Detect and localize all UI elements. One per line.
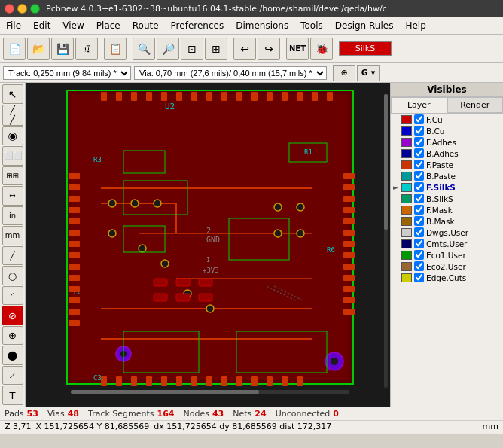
layer-item[interactable]: Edge.Cuts [391,272,503,283]
print-button[interactable]: 🖨 [75,38,98,60]
menu-item-route[interactable]: Route [127,19,165,32]
zoom-fit-button[interactable]: ⊡ [181,38,203,60]
maximize-button[interactable] [30,4,40,14]
svg-rect-46 [69,320,80,326]
menu-item-tools[interactable]: Tools [294,19,329,32]
svg-rect-98 [176,279,190,286]
add-target-tool[interactable]: ⊕ [2,326,23,346]
component-tool[interactable]: ⬜⬜ [2,146,23,166]
menu-item-file[interactable]: File [0,19,27,32]
highlight-net-tool[interactable]: ◉ [2,126,23,146]
pads-value: 53 [27,409,38,419]
layer-visibility-checkbox[interactable] [414,227,424,237]
layer-visibility-checkbox[interactable] [414,194,424,203]
layer-visibility-checkbox[interactable] [414,114,424,124]
svg-rect-83 [206,376,212,386]
layer-item[interactable]: Dwgs.User [391,227,503,238]
layer-item[interactable]: Cmts.User [391,238,503,249]
add-text-tool[interactable]: ⊘ [2,306,23,325]
layer-visibility-checkbox[interactable] [414,148,424,158]
save-button[interactable]: 💾 [51,38,74,60]
svg-point-26 [297,203,304,211]
layer-item[interactable]: Eco1.User [391,249,503,261]
add-polygon-tool[interactable]: ⟋ [2,366,23,386]
menu-item-preferences[interactable]: Preferences [165,19,230,32]
layer-visibility-checkbox[interactable] [414,216,424,226]
layer-visibility-checkbox[interactable] [414,205,424,215]
draw-line-tool[interactable]: ╱ [2,246,23,266]
svg-rect-51 [343,218,355,224]
layer-item[interactable]: F.Mask [391,204,503,215]
menu-item-view[interactable]: View [56,19,90,32]
layer-visibility-checkbox[interactable] [414,239,424,248]
zoom-area-button[interactable]: ⊞ [205,38,227,60]
zoom-out-button[interactable]: 🔎 [157,38,179,60]
unconnected-label: Unconnected [276,409,331,419]
svg-text:U2: U2 [165,102,175,111]
layer-item[interactable]: Eco2.User [391,261,503,272]
track-width-select[interactable]: Track: 0,250 mm (9,84 mils) * [3,66,131,80]
layer-item[interactable]: F.Adhes [391,136,503,148]
undo-button[interactable]: ↩ [233,38,256,60]
menubar: FileEditViewPlaceRoutePreferencesDimensi… [0,17,503,35]
layer-name-label: F.Cu [426,115,501,124]
layer-item[interactable]: B.SilkS [391,193,503,204]
layer-visibility-checkbox[interactable] [414,182,424,192]
layer-item[interactable]: B.Paste [391,170,503,181]
layer-item[interactable]: F.Paste [391,159,503,170]
svg-rect-79 [146,376,152,386]
add-via-tool[interactable]: ⬤ [2,346,23,365]
layer-visibility-checkbox[interactable] [414,250,424,260]
layer-color-swatch [401,149,412,158]
layer-visibility-checkbox[interactable] [414,261,424,271]
layer-visibility-checkbox[interactable] [414,137,424,147]
mm-tool[interactable]: mm [2,226,23,245]
draw-circle-tool[interactable]: ○ [2,266,23,285]
menu-item-dimensions[interactable]: Dimensions [230,19,294,32]
layer-color-swatch [401,239,412,248]
grid-origin-button[interactable]: ⊕ [333,65,355,81]
scale-tool[interactable]: in [2,206,23,226]
layer-item[interactable]: B.Adhes [391,148,503,159]
erc-button[interactable]: 🐞 [310,38,333,60]
menu-item-edit[interactable]: Edit [27,19,56,32]
open-button[interactable]: 📂 [27,38,50,60]
page-setup-button[interactable]: 📋 [104,38,127,60]
layer-item[interactable]: ►F.SilkS [391,181,503,193]
layer-name-label: B.SilkS [426,194,501,203]
menu-item-place[interactable]: Place [90,19,127,32]
layer-name-label: F.Adhes [426,138,501,147]
net-highlight-button[interactable]: NET [286,38,309,60]
tab-layer[interactable]: Layer [391,97,447,113]
layer-item[interactable]: F.Cu [391,114,503,125]
draw-arc-tool[interactable]: ◜ [2,286,23,306]
select-tool[interactable]: ↖ [2,84,23,104]
layer-item[interactable]: B.Cu [391,125,503,136]
layer-selector[interactable]: SilkS [339,41,392,56]
text-tool[interactable]: T [2,386,23,405]
menu-item-help[interactable]: Help [399,19,431,32]
pcb-canvas[interactable]: U2 R1 R3 R6 C3 P1 P2 2 GND 1 +3V3 [26,83,390,407]
redo-button[interactable]: ↪ [258,38,280,60]
grid-dropdown[interactable]: G ▾ [357,65,380,81]
close-button[interactable] [5,4,14,14]
via-size-select[interactable]: Via: 0,70 mm (27,6 mils)/ 0,40 mm (15,7 … [134,66,327,80]
layer-item[interactable]: B.Mask [391,215,503,227]
toolbar: 📄 📂 💾 🖨 📋 🔍 🔎 ⊡ ⊞ ↩ ↪ NET 🐞 SilkS [0,35,503,63]
dimension-tool[interactable]: ↔ [2,186,23,206]
layer-visibility-checkbox[interactable] [414,171,424,181]
zoom-in-button[interactable]: 🔍 [133,38,155,60]
pad-tool[interactable]: ⊞⊞ [2,166,23,186]
window-controls[interactable] [5,4,40,14]
layer-name-label: B.Mask [426,217,501,226]
menu-item-design rules[interactable]: Design Rules [329,19,400,32]
tab-render[interactable]: Render [447,97,504,113]
vias-value: 48 [68,409,79,419]
layer-visibility-checkbox[interactable] [414,126,424,136]
new-button[interactable]: 📄 [3,38,26,60]
layer-visibility-checkbox[interactable] [414,160,424,169]
svg-rect-49 [343,196,355,202]
route-track-tool[interactable]: ╱╱ [2,105,23,126]
minimize-button[interactable] [17,4,27,14]
layer-visibility-checkbox[interactable] [414,273,424,282]
